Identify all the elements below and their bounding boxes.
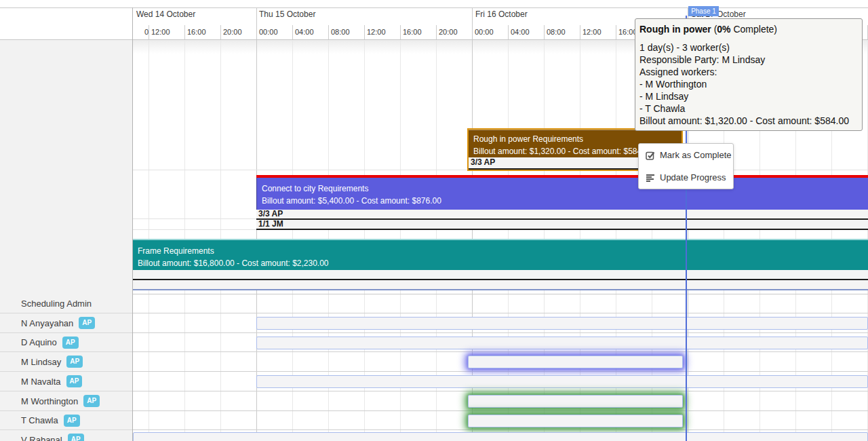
tooltip-line: - M Worthington — [639, 78, 859, 90]
strip-row-line — [133, 229, 256, 230]
worker-name: M Navalta — [21, 377, 61, 387]
availability-bar[interactable] — [468, 395, 683, 408]
worker-row-label: Scheduling Admin — [0, 294, 132, 313]
day-header-label: Wed 14 October — [136, 9, 195, 19]
worker-row-label: M WorthingtonAP — [0, 391, 132, 411]
worker-row-label: D AquinoAP — [0, 333, 132, 352]
header-column-line — [508, 25, 509, 39]
worker-badge: AP — [64, 415, 80, 427]
check-square-icon — [646, 151, 655, 160]
day-header-label: Thu 15 October — [259, 9, 315, 19]
availability-bar[interactable] — [256, 317, 868, 330]
phase-label: Phase 1 — [691, 7, 716, 15]
chart-left-panel — [0, 40, 132, 294]
worker-name: M Lindsay — [21, 357, 61, 367]
tooltip-line: 1 day(s) - 3 worker(s) — [639, 41, 859, 54]
scheduler-app: Phase 1 Rough in power (0% Complete) 1 d… — [0, 0, 868, 441]
task-progress-strip: 3/3 AP — [256, 210, 868, 220]
menu-item-label: Mark as Complete — [660, 150, 731, 160]
time-header-label: 20:00 — [223, 28, 242, 36]
task-name: Connect to city Requirements — [262, 183, 863, 195]
worker-row-label: V RabanalAP — [0, 430, 132, 441]
time-header-label: 12:00 — [151, 28, 170, 36]
worker-badge: AP — [68, 434, 84, 441]
header-column-line — [544, 25, 545, 39]
header-column-line — [184, 25, 185, 39]
header-column-line — [436, 25, 437, 39]
header-column-line — [328, 25, 329, 39]
task-tooltip: Rough in power (0% Complete) 1 day(s) - … — [635, 18, 863, 131]
availability-bar[interactable] — [256, 337, 868, 349]
time-header-label: 16:00 — [403, 28, 422, 36]
worker-badge: AP — [79, 317, 95, 329]
task-billout: Billout amount: $5,400.00 - Cost amount:… — [262, 195, 863, 207]
time-header-label: 04:00 — [511, 28, 530, 36]
task-bar-frame[interactable]: Frame RequirementsBillout amount: $16,80… — [133, 239, 868, 290]
menu-item-update-progress[interactable]: Update Progress — [639, 166, 733, 189]
worker-name: V Rabanal — [21, 435, 62, 441]
header-column-line — [616, 25, 616, 39]
availability-bar[interactable] — [133, 432, 868, 441]
availability-bar[interactable] — [468, 356, 683, 368]
task-billout: Billout amount: $16,800.00 - Cost amount… — [138, 257, 863, 269]
worker-badge: AP — [66, 356, 83, 368]
worker-row-label: M LindsayAP — [0, 352, 132, 372]
time-header-label: 12:00 — [367, 28, 386, 36]
tooltip-line: - T Chawla — [639, 102, 859, 115]
time-header-label: 08:00 — [547, 28, 566, 36]
worker-row-grid — [133, 294, 868, 313]
worker-row-label: N AnyayahanAP — [0, 313, 132, 333]
worker-row-label: M NavaltaAP — [0, 372, 132, 391]
worker-row-label: T ChawlaAP — [0, 411, 132, 430]
tooltip-line: Assigned workers: — [639, 66, 859, 78]
menu-item-label: Update Progress — [660, 172, 726, 183]
header-column-line — [220, 25, 221, 39]
worker-name: Scheduling Admin — [21, 299, 92, 309]
task-progress-strip: 1/1 JM — [256, 220, 868, 230]
header-column-line — [364, 25, 365, 39]
day-header-label: Fri 16 October — [475, 9, 528, 19]
panel-right-border — [132, 7, 133, 441]
header-top-border — [0, 7, 868, 8]
task-name: Frame Requirements — [138, 245, 863, 257]
worker-badge: AP — [62, 337, 79, 349]
header-column-line — [400, 25, 401, 39]
tooltip-line: - M Lindsay — [639, 90, 859, 102]
time-header-label: 00:00 — [259, 28, 278, 36]
availability-bar[interactable] — [468, 415, 683, 427]
time-header-label: 08:00 — [331, 28, 350, 36]
header-column-line — [149, 25, 149, 39]
availability-bar[interactable] — [256, 375, 868, 388]
task-bar-connect-to-city[interactable]: Connect to city RequirementsBillout amou… — [256, 175, 868, 230]
time-header-label: 20:00 — [439, 28, 458, 36]
task-fill: Frame RequirementsBillout amount: $16,80… — [133, 240, 868, 270]
tooltip-title: Rough in power (0% Complete) — [639, 22, 859, 36]
header-column-line — [580, 25, 580, 39]
worker-name: T Chawla — [21, 415, 58, 425]
time-header-label: 04:00 — [295, 28, 314, 36]
menu-item-mark-as-complete[interactable]: Mark as Complete — [639, 144, 733, 166]
time-header-label: 00:00 — [475, 28, 494, 36]
tooltip-line: Responsible Party: M Lindsay — [639, 54, 859, 66]
phase-marker[interactable]: Phase 1 — [688, 6, 719, 16]
worker-name: M Worthington — [21, 396, 78, 406]
header-column-line — [292, 25, 293, 39]
tooltip-line: Billout amount: $1,320.00 - Cost amount:… — [639, 115, 859, 127]
progress-lines-icon — [646, 173, 655, 183]
worker-name: N Anyayahan — [21, 318, 73, 328]
time-header-label: 16:00 — [187, 28, 206, 36]
worker-badge: AP — [66, 375, 83, 387]
worker-name: D Aquino — [21, 337, 57, 347]
task-fill: Connect to city RequirementsBillout amou… — [256, 178, 868, 210]
time-header-label: 12:00 — [583, 28, 601, 36]
task-progress-strip — [133, 280, 868, 290]
context-menu: Mark as CompleteUpdate Progress — [638, 143, 734, 189]
task-progress-strip — [133, 270, 868, 280]
worker-badge: AP — [83, 395, 100, 407]
strip-row-line — [133, 218, 256, 219]
